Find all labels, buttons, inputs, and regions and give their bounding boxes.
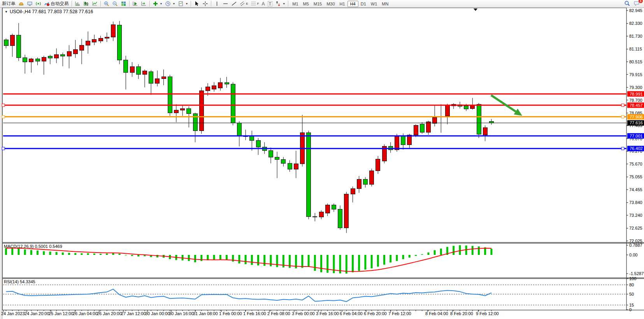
macd-signal-line <box>6 248 491 272</box>
macd-bar <box>49 251 51 255</box>
timeframe-h4-button[interactable]: H4 <box>347 1 358 7</box>
templates-button[interactable]: ▼ <box>177 0 189 7</box>
macd-bar <box>119 254 121 255</box>
vertical-line-tool-button[interactable] <box>213 0 221 7</box>
timeframe-mn-button[interactable]: MN <box>379 1 391 7</box>
candle-body <box>363 179 367 185</box>
timeframe-m5-button[interactable]: M5 <box>301 1 311 7</box>
chart-shift-marker[interactable] <box>474 9 477 11</box>
macd-bar <box>490 249 492 255</box>
hline-handle[interactable] <box>2 147 5 150</box>
macd-bar <box>478 246 480 255</box>
zoom-in-button[interactable] <box>102 0 111 7</box>
candle-body <box>225 83 229 84</box>
time-axis-label: 3 Feb 16:00 <box>316 311 339 316</box>
macd-bar <box>346 255 347 274</box>
timeframe-m15-button[interactable]: M15 <box>311 1 324 7</box>
chart-shift-button[interactable] <box>140 0 148 7</box>
horizontal-line-tool-button[interactable] <box>221 0 230 7</box>
macd-bar <box>11 248 13 255</box>
zoom-out-button[interactable] <box>111 0 119 7</box>
new-order-button[interactable]: 新订单 <box>1 0 17 7</box>
macd-bar <box>100 254 102 255</box>
macd-bar <box>24 249 26 255</box>
time-axis-label: 24 Jan 2023 <box>1 311 25 316</box>
candlestick-chart-button[interactable] <box>82 0 90 7</box>
candle-body <box>10 35 14 45</box>
time-axis-label: 8 Feb 04:00 <box>425 311 448 316</box>
price-tick-label: 73.240 <box>629 213 642 218</box>
time-axis-label: 1 Feb 16:00 <box>243 311 266 316</box>
macd-bar <box>156 255 158 258</box>
timeframe-d1-button[interactable]: D1 <box>358 1 369 7</box>
candle-body <box>420 124 424 132</box>
text-label-tool-button[interactable]: T <box>267 1 274 7</box>
candle-body <box>477 104 481 134</box>
hline-handle[interactable] <box>2 104 5 106</box>
time-axis-label: 2 Feb 08:00 <box>267 311 290 316</box>
price-tick-label: 79.915 <box>629 72 642 77</box>
auto-scroll-button[interactable] <box>131 0 139 7</box>
bar-chart-button[interactable] <box>74 0 82 7</box>
trend-arrow[interactable] <box>491 95 516 112</box>
trendline-tool-button[interactable] <box>230 0 238 7</box>
equidistant-channel-tool-button[interactable]: E <box>239 0 249 7</box>
notification-badge: 1 <box>639 0 643 3</box>
notifications-chat-icon[interactable]: 1 <box>633 0 640 7</box>
hline-handle[interactable] <box>2 115 5 118</box>
macd-bar <box>390 255 391 263</box>
candle-body <box>332 205 336 209</box>
text-tool-button[interactable]: A <box>261 1 266 7</box>
candle-body <box>464 106 469 109</box>
price-tick-label: 74.455 <box>629 187 642 192</box>
timeframe-m1-button[interactable]: M1 <box>290 1 300 7</box>
crosshair-icon <box>202 1 208 7</box>
chart-canvas[interactable]: 82.94582.33081.73081.11580.51579.91579.3… <box>0 8 644 319</box>
time-axis-label: 3 Feb 00:00 <box>292 311 315 316</box>
timeframe-w1-button[interactable]: W1 <box>369 1 380 7</box>
chart-shift-icon <box>141 1 147 7</box>
signal-icon <box>35 1 41 7</box>
deposit-button[interactable] <box>17 0 25 7</box>
hline-handle[interactable] <box>621 115 624 118</box>
hline-price-label: 78.991 <box>630 92 643 96</box>
timeframe-h1-button[interactable]: H1 <box>337 1 347 7</box>
template-icon <box>178 1 184 7</box>
hline-price-label: 76.402 <box>630 146 643 151</box>
indicators-button[interactable]: ▼ <box>151 0 164 7</box>
macd-bar <box>352 255 354 272</box>
time-axis-label: 24 Jan 20:00 <box>25 311 49 316</box>
time-axis-label: 7 Feb 12:00 <box>388 311 411 316</box>
crosshair-tool-button[interactable] <box>201 0 209 7</box>
hline-handle[interactable] <box>621 104 624 106</box>
candle-body <box>376 159 380 171</box>
line-chart-button[interactable] <box>91 0 99 7</box>
macd-bar <box>238 255 240 263</box>
signal-button[interactable] <box>34 0 42 7</box>
arrows-tool-button[interactable]: ▼ <box>274 0 286 7</box>
trendline-icon <box>231 1 237 7</box>
timeframe-m30-button[interactable]: M30 <box>324 1 337 7</box>
chart-window[interactable]: 82.94582.33081.73081.11580.51579.91579.3… <box>0 8 644 319</box>
candle-body <box>67 52 71 56</box>
price-tick-label: 73.840 <box>629 200 642 205</box>
time-axis-label: 6 Feb 20:00 <box>364 311 387 316</box>
macd-bar <box>364 255 366 270</box>
periods-button[interactable]: ▼ <box>164 0 176 7</box>
macd-bar <box>68 253 70 255</box>
toolbar-separator <box>149 1 150 7</box>
auto-scroll-icon <box>132 1 138 7</box>
autotrade-button[interactable]: 自动交易 <box>43 0 70 7</box>
terminal-button[interactable] <box>26 0 34 7</box>
search-icon[interactable] <box>624 0 630 7</box>
macd-bar <box>459 245 461 255</box>
fibonacci-tool-button[interactable]: F <box>250 0 260 7</box>
cursor-tool-button[interactable] <box>193 0 201 7</box>
deposit-icon <box>18 1 24 7</box>
tile-windows-button[interactable] <box>119 0 128 7</box>
macd-bar <box>270 255 272 266</box>
price-tick-label: 72.625 <box>629 226 642 230</box>
hline-handle[interactable] <box>621 147 624 150</box>
macd-tick-label: 0.7887 <box>629 243 642 248</box>
toolbar-separator <box>211 1 211 7</box>
